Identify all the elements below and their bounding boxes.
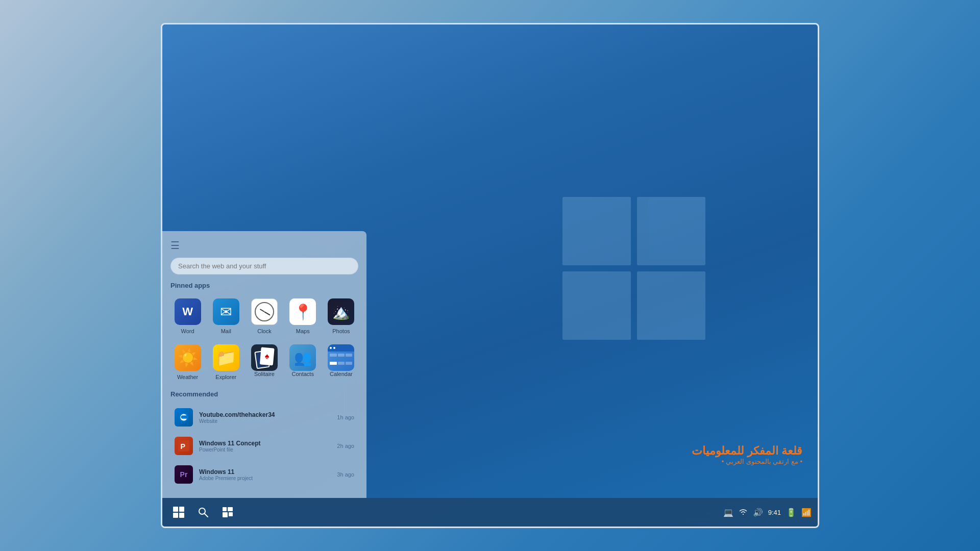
calendar-label: Calendar [330, 371, 353, 377]
rec-win11concept[interactable]: P Windows 11 Concept PowerPoint file 2h … [170, 433, 358, 459]
windows-logo [562, 197, 705, 340]
svg-rect-4 [173, 513, 178, 518]
svg-rect-3 [179, 507, 184, 512]
rec-windows11[interactable]: Pr Windows 11 Adobe Premiere project 3h … [170, 461, 358, 488]
watermark-line2: • مع ارتقي بالمحتوى العربي • [692, 458, 802, 465]
start-menu: ☰ Pinned apps W Word ✉ Mail [162, 231, 366, 498]
cal-cell-4 [330, 362, 336, 365]
explorer-icon: 📁 [213, 344, 239, 371]
premiere-icon: Pr [175, 465, 193, 484]
network-icon: 📶 [801, 508, 812, 517]
svg-rect-5 [179, 513, 184, 518]
svg-point-6 [199, 508, 205, 514]
app-photos[interactable]: 🏔️ Photos [324, 295, 358, 337]
cal-cell-2 [338, 354, 345, 357]
maps-label: Maps [296, 328, 310, 334]
svg-text:P: P [180, 442, 185, 450]
watermark: قلعة المفكر للمعلوميات • مع ارتقي بالمحت… [692, 444, 802, 465]
youtube-info: Youtube.com/thehacker34 Website [199, 411, 337, 424]
screen-frame: قلعة المفكر للمعلوميات • مع ارتقي بالمحت… [161, 23, 819, 528]
win11concept-subtitle: PowerPoint file [199, 447, 337, 453]
app-explorer[interactable]: 📁 Explorer [209, 341, 243, 383]
battery-icon: 🔋 [786, 508, 796, 517]
desktop: قلعة المفكر للمعلوميات • مع ارتقي بالمحت… [162, 24, 818, 527]
solitaire-icon: ♠ [251, 344, 278, 371]
svg-rect-9 [228, 507, 233, 511]
calendar-dots [330, 347, 335, 349]
cal-cell-3 [346, 354, 352, 357]
app-maps[interactable]: 📍 Maps [286, 295, 320, 337]
cal-dot-1 [330, 347, 332, 349]
taskbar-right: 💻 🔊 9:41 🔋 📶 [723, 507, 812, 518]
word-icon: W [175, 298, 201, 325]
rec-youtube[interactable]: Youtube.com/thehacker34 Website 1h ago [170, 404, 358, 431]
clock-icon [251, 298, 278, 325]
cal-dot-2 [333, 347, 335, 349]
windows11-subtitle: Adobe Premiere project [199, 475, 337, 481]
maps-icon: 📍 [289, 298, 316, 325]
svg-rect-8 [223, 507, 227, 511]
clock-minute-hand [264, 311, 271, 315]
hamburger-button[interactable]: ☰ [170, 239, 180, 252]
volume-icon: 🔊 [753, 508, 763, 517]
photos-icon: 🏔️ [328, 298, 354, 325]
cal-cell-5 [338, 362, 345, 365]
app-solitaire[interactable]: ♠ Solitaire [247, 341, 281, 383]
app-clock[interactable]: Clock [247, 295, 281, 337]
wifi-icon [739, 507, 748, 518]
clock-face [255, 302, 274, 321]
taskbar-left [168, 502, 238, 522]
weather-label: Weather [177, 374, 198, 380]
taskview-button[interactable] [217, 502, 238, 522]
app-mail[interactable]: ✉ Mail [209, 295, 243, 337]
svg-rect-2 [173, 507, 178, 512]
cal-cell-6 [346, 362, 352, 365]
win11concept-info: Windows 11 Concept PowerPoint file [199, 440, 337, 453]
calendar-top [328, 344, 354, 352]
tablet-icon: 💻 [723, 508, 733, 517]
svg-line-7 [205, 514, 208, 517]
explorer-label: Explorer [215, 374, 236, 380]
app-contacts[interactable]: 👥 Contacts [286, 341, 320, 383]
watermark-line1: قلعة المفكر للمعلوميات [692, 444, 802, 458]
win11concept-time: 2h ago [337, 443, 354, 449]
edge-icon [175, 408, 193, 427]
recommended-title: Recommended [170, 390, 358, 398]
app-weather[interactable]: ☀️ Weather [170, 341, 205, 383]
taskbar: 💻 🔊 9:41 🔋 📶 [162, 498, 818, 527]
cal-cell-1 [330, 354, 336, 357]
clock-label: Clock [257, 328, 272, 334]
time-display: 9:41 [768, 509, 781, 516]
weather-icon: ☀️ [175, 344, 201, 371]
photos-label: Photos [332, 328, 350, 334]
search-input[interactable] [170, 258, 358, 274]
svg-rect-10 [223, 512, 228, 517]
windows11-time: 3h ago [337, 471, 354, 478]
calendar-icon [328, 344, 354, 371]
mail-icon: ✉ [213, 298, 239, 325]
contacts-icon: 👥 [289, 344, 316, 371]
start-menu-header: ☰ [170, 239, 358, 252]
pinned-apps-grid: W Word ✉ Mail Clock [170, 295, 358, 383]
windows11-title: Windows 11 [199, 468, 337, 475]
youtube-title: Youtube.com/thehacker34 [199, 411, 337, 418]
pinned-apps-title: Pinned apps [170, 282, 358, 289]
start-button[interactable] [168, 502, 189, 522]
contacts-label: Contacts [291, 371, 313, 377]
recommended-list: Youtube.com/thehacker34 Website 1h ago P [170, 404, 358, 488]
svg-rect-11 [229, 512, 233, 516]
mail-label: Mail [221, 328, 231, 334]
app-calendar[interactable]: Calendar [324, 341, 358, 383]
app-word[interactable]: W Word [170, 295, 205, 337]
solitaire-label: Solitaire [254, 371, 275, 377]
youtube-time: 1h ago [337, 414, 354, 420]
word-label: Word [181, 328, 194, 334]
windows11-info: Windows 11 Adobe Premiere project [199, 468, 337, 481]
card-front: ♠ [260, 347, 275, 365]
calendar-body [328, 352, 354, 371]
youtube-subtitle: Website [199, 418, 337, 424]
win11concept-title: Windows 11 Concept [199, 440, 337, 447]
powerpoint-icon: P [175, 437, 193, 455]
search-button[interactable] [193, 502, 213, 522]
